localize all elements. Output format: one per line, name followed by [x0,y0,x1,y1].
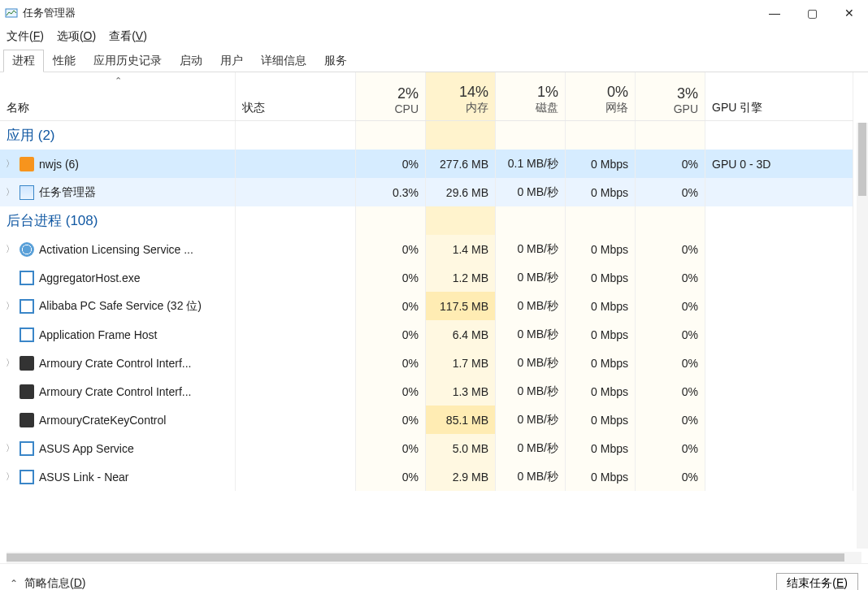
tab-3[interactable]: 启动 [171,50,211,72]
memory-value: 5.0 MB [426,434,496,462]
svg-rect-0 [6,9,17,17]
column-cpu[interactable]: 2%CPU [356,72,426,120]
process-icon [20,271,34,285]
cpu-value: 0% [356,150,426,178]
process-row[interactable]: 〉ASUS Link - Near0%2.9 MB0 MB/秒0 Mbps0% [0,462,853,491]
close-button[interactable]: ✕ [831,0,868,26]
minimize-button[interactable]: — [756,0,793,26]
process-row[interactable]: 〉Armoury Crate Control Interf...0%1.7 MB… [0,349,853,377]
expand-chevron-icon[interactable]: 〉 [5,357,15,369]
expand-chevron-icon[interactable]: 〉 [5,471,15,483]
process-icon [20,413,34,427]
gpu-engine-value [705,263,853,292]
disk-value: 0 MB/秒 [496,292,566,320]
network-value: 0 Mbps [566,434,636,462]
process-row[interactable]: ArmouryCrateKeyControl0%85.1 MB0 MB/秒0 M… [0,406,853,434]
gpu-value: 0% [636,349,705,377]
process-icon [20,441,34,456]
end-task-button[interactable]: 结束任务(E) [776,573,858,591]
gpu-engine-value [705,178,853,206]
process-row[interactable]: 〉Activation Licensing Service ...0%1.4 M… [0,235,853,263]
column-name[interactable]: ⌃ 名称 [0,72,236,120]
process-name: 任务管理器 [39,185,96,200]
fewer-details-label: 简略信息(D) [24,576,85,591]
disk-value: 0 MB/秒 [496,462,566,491]
process-icon [20,185,34,200]
process-row[interactable]: 〉ASUS App Service0%5.0 MB0 MB/秒0 Mbps0% [0,434,853,462]
gpu-value: 0% [636,263,705,292]
tab-1[interactable]: 性能 [44,50,85,72]
disk-value: 0 MB/秒 [496,178,566,206]
memory-value: 6.4 MB [426,320,496,349]
disk-value: 0 MB/秒 [496,235,566,263]
process-name: Alibaba PC Safe Service (32 位) [39,299,202,314]
network-value: 0 Mbps [566,349,636,377]
column-status[interactable]: 状态 [236,72,356,120]
memory-value: 2.9 MB [426,462,496,491]
process-name: Armoury Crate Control Interf... [39,357,192,370]
tab-4[interactable]: 用户 [211,50,252,72]
expand-chevron-icon[interactable]: 〉 [5,442,15,454]
gpu-value: 0% [636,406,705,434]
disk-value: 0.1 MB/秒 [496,150,566,178]
menu-options[interactable]: 选项(O) [57,29,96,44]
tab-0[interactable]: 进程 [3,50,44,72]
gpu-engine-value [705,406,853,434]
process-name: Activation Licensing Service ... [39,243,193,256]
tab-2[interactable]: 应用历史记录 [85,50,171,72]
memory-value: 29.6 MB [426,178,496,206]
process-icon [20,328,34,342]
disk-value: 0 MB/秒 [496,377,566,406]
column-gpu-engine[interactable]: GPU 引擎 [705,72,853,120]
gpu-value: 0% [636,462,705,491]
gpu-engine-value [705,462,853,491]
process-icon [20,384,34,399]
disk-value: 0 MB/秒 [496,434,566,462]
network-value: 0 Mbps [566,150,636,178]
gpu-value: 0% [636,150,705,178]
expand-chevron-icon[interactable]: 〉 [5,300,15,312]
menu-bar: 文件(F) 选项(O) 查看(V) [0,26,868,49]
process-name: ASUS App Service [39,442,134,455]
process-icon [20,157,34,171]
cpu-value: 0% [356,235,426,263]
process-row[interactable]: Armoury Crate Control Interf...0%1.3 MB0… [0,377,853,406]
cpu-value: 0% [356,406,426,434]
process-name: Armoury Crate Control Interf... [39,385,192,398]
gpu-engine-value [705,349,853,377]
horizontal-scrollbar[interactable] [7,552,861,563]
process-row[interactable]: 〉nwjs (6)0%277.6 MB0.1 MB/秒0 Mbps0%GPU 0… [0,150,853,178]
expand-chevron-icon[interactable]: 〉 [5,158,15,170]
cpu-value: 0% [356,292,426,320]
column-gpu[interactable]: 3%GPU [636,72,705,120]
gpu-value: 0% [636,235,705,263]
process-row[interactable]: 〉Alibaba PC Safe Service (32 位)0%117.5 M… [0,292,853,320]
process-row[interactable]: Application Frame Host0%6.4 MB0 MB/秒0 Mb… [0,320,853,349]
gpu-value: 0% [636,178,705,206]
menu-view[interactable]: 查看(V) [109,29,147,44]
cpu-value: 0% [356,377,426,406]
process-row[interactable]: 〉任务管理器0.3%29.6 MB0 MB/秒0 Mbps0% [0,178,853,206]
expand-chevron-icon[interactable]: 〉 [5,243,15,255]
tab-5[interactable]: 详细信息 [252,50,315,72]
gpu-engine-value [705,292,853,320]
memory-value: 1.7 MB [426,349,496,377]
gpu-value: 0% [636,377,705,406]
column-disk[interactable]: 1%磁盘 [496,72,566,120]
menu-file[interactable]: 文件(F) [7,29,44,44]
gpu-engine-value [705,235,853,263]
cpu-value: 0% [356,434,426,462]
memory-value: 1.4 MB [426,235,496,263]
network-value: 0 Mbps [566,406,636,434]
column-network[interactable]: 0%网络 [566,72,636,120]
vertical-scrollbar[interactable] [857,123,868,549]
tab-6[interactable]: 服务 [315,50,356,72]
network-value: 0 Mbps [566,377,636,406]
expand-chevron-icon[interactable]: 〉 [5,186,15,198]
fewer-details-toggle[interactable]: ⌃ 简略信息(D) [10,576,85,591]
gpu-engine-value [705,377,853,406]
disk-value: 0 MB/秒 [496,320,566,349]
maximize-button[interactable]: ▢ [793,0,831,26]
column-memory[interactable]: 14%内存 [426,72,496,120]
process-row[interactable]: AggregatorHost.exe0%1.2 MB0 MB/秒0 Mbps0% [0,263,853,292]
